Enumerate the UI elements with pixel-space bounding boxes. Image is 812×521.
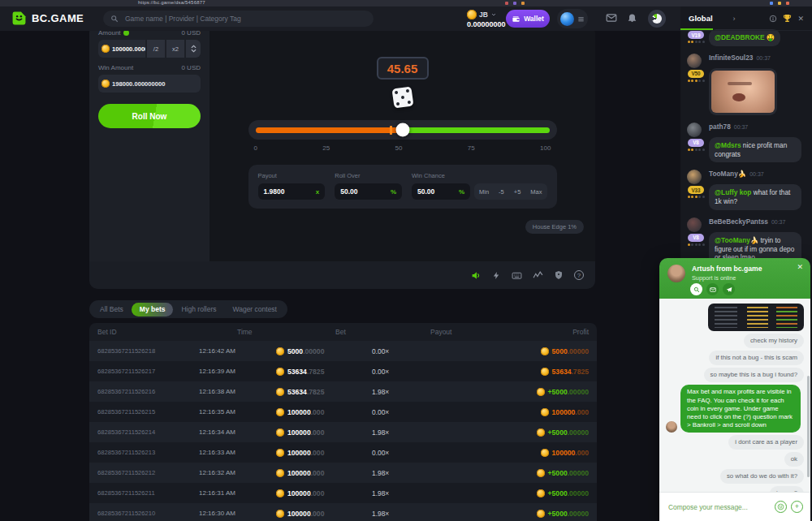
support-header: Artush from bc.game Support is online ✕ <box>659 258 810 299</box>
address-bar-url[interactable]: https://bc.game/dsa/5456877 <box>138 0 205 5</box>
table-row[interactable]: 68285367211526216 12:16:38 AM 53634.7825… <box>89 381 597 402</box>
avatar[interactable] <box>687 170 702 184</box>
support-agent-name: Artush from bc.game <box>692 265 762 273</box>
chat-username[interactable]: path78 <box>709 123 731 131</box>
game-toolbar: ? <box>89 261 595 289</box>
mention[interactable]: @DEADBROKE 🤑 <box>715 33 775 41</box>
wallet-button[interactable]: Wallet <box>506 10 550 28</box>
table-row[interactable]: 68285367211526217 12:16:39 AM 53634.7825… <box>89 361 597 381</box>
telegram-icon[interactable] <box>723 283 735 295</box>
coin-icon <box>467 10 477 19</box>
table-row[interactable]: 68285367211526213 12:16:33 AM 100000.000… <box>89 442 597 463</box>
payout-input[interactable]: 1.9800 x <box>258 183 326 200</box>
hotkeys-icon[interactable] <box>512 270 522 281</box>
trophy-icon[interactable] <box>783 14 792 23</box>
user-message: check my history <box>744 334 804 348</box>
close-icon[interactable]: ✕ <box>797 15 804 23</box>
bolt-icon[interactable] <box>492 271 501 280</box>
brand-logo[interactable]: BC.GAME <box>11 11 84 26</box>
support-user-row: i dont care as a player <box>666 435 804 450</box>
bet-profit: +5000.00000 <box>465 428 589 437</box>
chat-bubble[interactable]: @Mdsrs nice profit man congrats <box>709 137 801 163</box>
mention[interactable]: @TooMany🍌 <box>715 236 758 244</box>
min-button[interactable]: Min <box>474 188 494 196</box>
minus5-button[interactable]: -5 <box>494 188 509 196</box>
chat-channel[interactable]: Global <box>689 14 713 23</box>
chat-image-bubble[interactable] <box>709 68 777 115</box>
currency-switch-icon[interactable] <box>123 30 129 36</box>
table-row[interactable]: 68285367211526212 12:16:32 AM 100000.000… <box>89 463 597 483</box>
browser-extension-icons[interactable] <box>505 2 525 5</box>
double-bet-button[interactable]: x2 <box>166 40 184 58</box>
support-body: check my historyif this not a bug - this… <box>659 299 810 492</box>
win-chance-input[interactable]: 50.00 % <box>412 183 470 200</box>
half-bet-button[interactable]: /2 <box>147 40 165 58</box>
search-icon[interactable] <box>690 283 702 295</box>
roll-now-button[interactable]: Roll Now <box>98 104 201 128</box>
mail-icon[interactable] <box>706 283 719 295</box>
help-icon[interactable]: ? <box>574 270 584 280</box>
bet-time: 12:16:33 AM <box>199 449 276 456</box>
smiley-icon[interactable] <box>775 501 787 513</box>
chat-bubble[interactable]: @DEADBROKE 🤑 <box>709 29 780 46</box>
coin-icon <box>276 347 284 355</box>
active-channel-underline <box>680 28 713 30</box>
max-button[interactable]: Max <box>525 188 546 196</box>
trends-icon[interactable] <box>533 270 543 281</box>
coin-icon <box>276 408 284 416</box>
table-row[interactable]: 68285367211526214 12:16:34 AM 100000.000… <box>89 422 597 442</box>
chat-username[interactable]: InfiniteSoul23 <box>709 54 753 62</box>
plus5-button[interactable]: +5 <box>509 188 526 196</box>
mention[interactable]: @Luffy kop <box>715 188 751 196</box>
roll-over-input[interactable]: 50.00 % <box>335 183 402 200</box>
roll-slider[interactable] <box>248 120 557 140</box>
chat-bubble[interactable]: @Luffy kop what for that 1k win? <box>709 184 801 210</box>
wallet-label: Wallet <box>524 15 544 23</box>
bet-payout: 1.98× <box>372 428 465 437</box>
tab-all-bets[interactable]: All Bets <box>92 303 132 316</box>
avatar[interactable] <box>687 217 702 232</box>
game-search[interactable] <box>103 11 374 27</box>
bet-payout: 1.98× <box>372 510 465 518</box>
chat-username[interactable]: TooMany🍌 <box>709 170 746 178</box>
browser-toolbar-icons[interactable] <box>770 2 789 5</box>
table-row[interactable]: 68285367211526210 12:16:30 AM 100000.000… <box>89 503 597 521</box>
bet-time: 12:16:30 AM <box>199 510 276 517</box>
chat-image[interactable] <box>711 71 775 113</box>
slider-handle[interactable] <box>395 123 409 137</box>
tab-high-rollers[interactable]: High rollers <box>173 303 224 316</box>
compose-input[interactable] <box>667 502 771 512</box>
amount-input[interactable]: 100000.00000000 <box>98 40 145 58</box>
user-menu[interactable] <box>557 9 588 28</box>
info-icon[interactable] <box>769 15 777 23</box>
table-row[interactable]: 68285367211526215 12:16:35 AM 100000.000… <box>89 402 597 422</box>
table-row[interactable]: 68285367211526218 12:16:42 AM 5000.00000… <box>89 341 597 361</box>
coin-icon <box>276 469 284 477</box>
sound-icon[interactable] <box>471 270 482 281</box>
chat-username[interactable]: BeBeBeckyPantss <box>709 217 768 226</box>
win-amount-input[interactable]: 198000.000000000 <box>98 75 201 93</box>
mention[interactable]: @Mdsrs <box>715 141 741 149</box>
tab-wager-contest[interactable]: Wager contest <box>224 303 285 316</box>
avatar[interactable] <box>687 54 702 68</box>
wallet-icon <box>512 15 520 24</box>
bet-amount: 100000.000 <box>276 510 372 518</box>
tab-my-bets[interactable]: My bets <box>132 303 174 316</box>
amount-stepper[interactable] <box>186 40 201 58</box>
mail-icon[interactable] <box>606 12 617 24</box>
search-input[interactable] <box>123 14 366 24</box>
plus-icon[interactable]: + <box>791 501 803 513</box>
avatar[interactable] <box>687 123 702 137</box>
close-icon[interactable]: ✕ <box>797 263 803 271</box>
coin-icon <box>537 510 545 518</box>
spin-wheel-icon[interactable] <box>648 10 666 28</box>
scrollbar[interactable] <box>807 376 810 477</box>
chevron-right-icon[interactable]: › <box>733 15 736 23</box>
bell-icon[interactable] <box>627 12 637 23</box>
support-image-attachment[interactable] <box>708 304 804 331</box>
balance-display[interactable]: JB 0.00000000 <box>467 10 506 28</box>
slider-ticks: 0 25 50 75 100 <box>251 144 555 152</box>
table-row[interactable]: 68285367211526211 12:16:31 AM 100000.000… <box>89 483 597 503</box>
vest-icon[interactable] <box>554 270 564 280</box>
slider-track[interactable] <box>256 127 550 133</box>
